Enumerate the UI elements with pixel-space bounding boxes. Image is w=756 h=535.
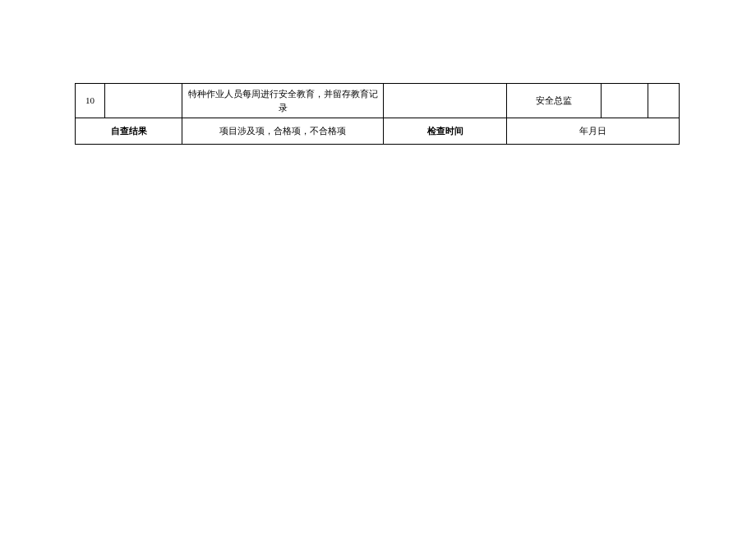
cell-check-time-value: 年月日 bbox=[507, 118, 680, 145]
cell-number: 10 bbox=[76, 84, 105, 118]
check-time-value: 年月日 bbox=[579, 126, 606, 136]
cell-check-time-label: 检查时间 bbox=[384, 118, 507, 145]
item-description: 特种作业人员每周进行安全教育，并留存教育记录 bbox=[188, 89, 378, 113]
cell-self-check-label: 自查结果 bbox=[76, 118, 182, 145]
cell-description: 特种作业人员每周进行安全教育，并留存教育记录 bbox=[182, 84, 384, 118]
cell-col7-empty bbox=[648, 84, 680, 118]
form-table-container: 10 特种作业人员每周进行安全教育，并留存教育记录 安全总监 自查结果 项目涉及… bbox=[75, 83, 679, 145]
role-label: 安全总监 bbox=[536, 95, 572, 105]
cell-col4-empty bbox=[384, 84, 507, 118]
cell-role: 安全总监 bbox=[507, 84, 602, 118]
self-check-result-value: 项目涉及项，合格项，不合格项 bbox=[219, 126, 346, 136]
cell-col6-empty bbox=[602, 84, 648, 118]
table-row-summary: 自查结果 项目涉及项，合格项，不合格项 检查时间 年月日 bbox=[76, 118, 680, 145]
table-row-item-10: 10 特种作业人员每周进行安全教育，并留存教育记录 安全总监 bbox=[76, 84, 680, 118]
item-number: 10 bbox=[85, 95, 94, 105]
cell-col2-empty bbox=[105, 84, 182, 118]
check-time-label: 检查时间 bbox=[427, 126, 463, 136]
form-table: 10 特种作业人员每周进行安全教育，并留存教育记录 安全总监 自查结果 项目涉及… bbox=[75, 83, 680, 145]
cell-self-check-value: 项目涉及项，合格项，不合格项 bbox=[182, 118, 384, 145]
self-check-result-label: 自查结果 bbox=[111, 126, 147, 136]
